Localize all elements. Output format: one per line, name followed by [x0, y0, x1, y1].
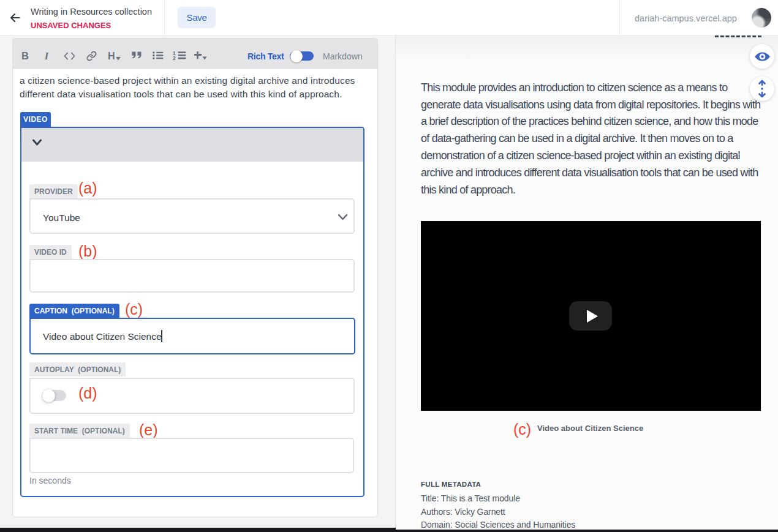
svg-text:2: 2 [173, 55, 176, 60]
